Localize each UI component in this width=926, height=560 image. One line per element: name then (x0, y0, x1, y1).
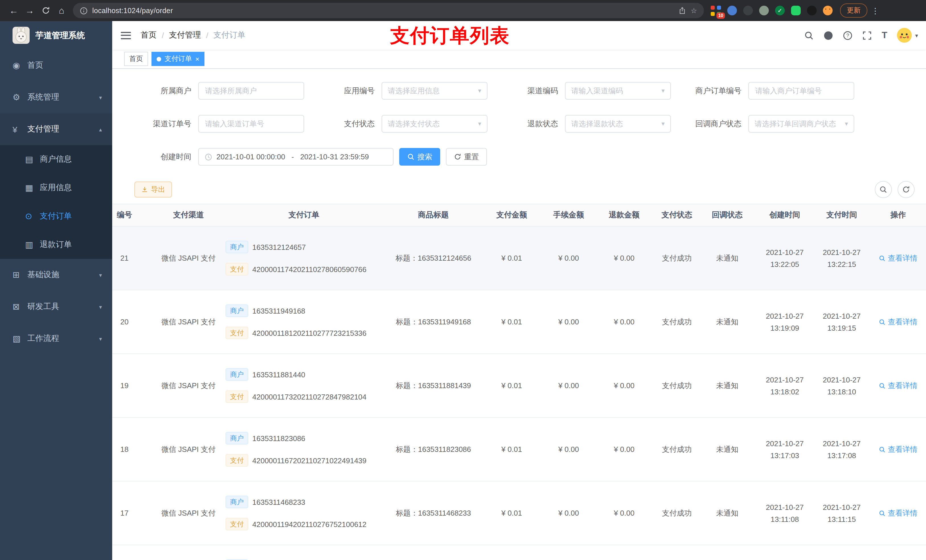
tab-home[interactable]: 首页 (124, 52, 148, 66)
filter-label-channel-order-no: 渠道订单号 (136, 119, 198, 129)
bookmark-star-icon[interactable]: ☆ (691, 6, 697, 15)
share-icon[interactable] (678, 6, 686, 15)
cell-title: 标题：1635311949168 (388, 290, 479, 354)
reset-button[interactable]: 重置 (446, 148, 487, 166)
refund-status-select[interactable]: 请选择退款状态 ▾ (565, 115, 671, 133)
cell-refund: ¥ 0.00 (593, 290, 655, 354)
cell-pay-order: 商户1635312124657 支付4200001174202110278060… (220, 226, 388, 290)
red-annotation-text: 支付订单列表 (390, 23, 510, 48)
pay-tag: 支付 (225, 518, 248, 530)
sidebar-menu: ◉ 首页 ⚙ 系统管理 ▾ ¥ 支付管理 ▴ ▤ 商户信息 (0, 50, 112, 355)
dashboard-icon: ◉ (12, 60, 27, 71)
filter-label-notify-status: 回调商户状态 (686, 119, 748, 129)
sidebar-item-pay-order[interactable]: ⊙ 支付订单 (0, 202, 112, 231)
view-detail-link[interactable]: 查看详情 (879, 253, 917, 263)
browser-home-icon[interactable]: ⌂ (54, 3, 69, 18)
channel-transaction-no: 4200001173202110272847982104 (252, 392, 366, 401)
merchant-tag: 商户 (225, 496, 248, 508)
app-no-select[interactable]: 请选择应用信息 ▾ (381, 82, 487, 100)
view-detail-link[interactable]: 查看详情 (879, 508, 917, 518)
browser-back-icon[interactable]: ← (6, 3, 21, 18)
sidebar-item-app-info[interactable]: ▦ 应用信息 (0, 174, 112, 202)
font-size-icon[interactable]: T (882, 31, 887, 40)
select-placeholder: 请输入渠道编码 (571, 86, 661, 96)
sidebar-item-workflow[interactable]: ▧ 工作流程 ▾ (0, 323, 112, 355)
extensions-cluster-icon[interactable]: 10 (711, 5, 721, 16)
sidebar-item-payment[interactable]: ¥ 支付管理 ▴ (0, 113, 112, 145)
refresh-button[interactable] (897, 181, 915, 198)
view-detail-label: 查看详情 (888, 380, 917, 391)
view-detail-label: 查看详情 (888, 444, 917, 454)
channel-order-no-input[interactable] (198, 115, 304, 133)
browser-profile-avatar[interactable] (823, 6, 832, 15)
cell-channel: 微信 JSAPI 支付 (157, 290, 220, 354)
view-detail-link[interactable]: 查看详情 (879, 444, 917, 454)
pay-status-select[interactable]: 请选择支付状态 ▾ (381, 115, 487, 133)
filter-label-refund-status: 退款状态 (502, 119, 565, 129)
cell-id: 21 (112, 226, 157, 290)
export-button[interactable]: 导出 (135, 181, 172, 198)
fullscreen-icon[interactable] (862, 30, 872, 40)
sidebar-item-refund-order[interactable]: ▥ 退款订单 (0, 231, 112, 259)
url-bar[interactable]: localhost:1024/pay/order ☆ (73, 3, 704, 18)
search-button[interactable]: 搜索 (399, 148, 440, 166)
order-circle-icon: ⊙ (25, 211, 40, 221)
browser-extension-icon[interactable] (807, 6, 817, 15)
help-icon[interactable]: ? (843, 30, 853, 40)
github-icon[interactable] (823, 30, 833, 40)
tab-pay-order[interactable]: 支付订单 × (151, 52, 204, 66)
cell-channel: 微信 JSAPI 支付 (157, 417, 220, 481)
sidebar-item-label: 工作流程 (27, 334, 59, 344)
search-button-label: 搜索 (418, 152, 432, 162)
view-detail-link[interactable]: 查看详情 (879, 317, 917, 327)
cell-title: 标题：1635311881439 (388, 354, 479, 417)
search-icon[interactable] (804, 30, 814, 40)
breadcrumb-payment[interactable]: 支付管理 (169, 30, 201, 41)
create-time-range-picker[interactable]: 2021-10-01 00:00:00 - 2021-10-31 23:59:5… (198, 148, 393, 166)
browser-forward-icon[interactable]: → (22, 3, 37, 18)
table-header-row: 编号 支付渠道 支付订单 商品标题 支付金额 手续金额 退款金额 支付状态 回调… (112, 204, 926, 226)
chevron-down-icon: ▾ (478, 120, 481, 127)
screen: ← → ⌂ localhost:1024/pay/order ☆ 10 ✓ (0, 0, 926, 560)
cell-channel: 微信 JSAPI 支付 (157, 226, 220, 290)
browser-extension-check-icon[interactable]: ✓ (775, 6, 785, 15)
select-placeholder: 请选择订单回调商户状态 (755, 119, 845, 129)
merchant-select-input[interactable] (198, 82, 304, 100)
cell-channel: 微信 JSAPI 支付 (157, 354, 220, 417)
browser-reload-icon[interactable] (38, 3, 53, 18)
cell-pay-time: 2021-10-2713:11:15 (813, 481, 870, 545)
merchant-tag: 商户 (225, 368, 248, 381)
merchant-tag: 商户 (225, 241, 248, 253)
cell-amount: ¥ 0.01 (479, 417, 545, 481)
cell-refund: ¥ 0.00 (593, 481, 655, 545)
hamburger-icon[interactable] (121, 32, 131, 39)
cell-create-time: 2021-10-2713:22:05 (756, 226, 813, 290)
close-tab-icon[interactable]: × (195, 56, 199, 62)
pay-tag: 支付 (225, 390, 248, 403)
page-content: 所属商户 应用编号 请选择应用信息 ▾ 渠道编码 请输入渠道编码 (112, 69, 926, 560)
channel-code-select[interactable]: 请输入渠道编码 ▾ (565, 82, 671, 100)
sidebar-item-label: 商户信息 (40, 154, 72, 165)
filter-label-pay-status: 支付状态 (319, 119, 381, 129)
notify-status-select[interactable]: 请选择订单回调商户状态 ▾ (748, 115, 854, 133)
site-info-icon[interactable] (80, 6, 88, 15)
view-detail-link[interactable]: 查看详情 (879, 380, 917, 391)
sidebar-item-infrastructure[interactable]: ⊞ 基础设施 ▾ (0, 259, 112, 291)
cell-amount: ¥ 0.01 (479, 354, 545, 417)
browser-extension-icon[interactable] (743, 6, 753, 15)
user-menu[interactable]: ▾ (897, 28, 918, 43)
breadcrumb-current: 支付订单 (213, 30, 245, 41)
breadcrumb-home[interactable]: 首页 (141, 30, 157, 41)
browser-extension-icon[interactable] (727, 6, 737, 15)
browser-menu-icon[interactable]: ⋮ (871, 6, 880, 15)
merchant-order-no-input[interactable] (748, 82, 854, 100)
browser-update-button[interactable]: 更新 (840, 3, 867, 18)
browser-extension-icon[interactable] (759, 6, 769, 15)
sidebar-item-system[interactable]: ⚙ 系统管理 ▾ (0, 82, 112, 113)
pay-tag: 支付 (225, 327, 248, 339)
sidebar-item-merchant-info[interactable]: ▤ 商户信息 (0, 145, 112, 174)
sidebar-item-dev-tools[interactable]: ⊠ 研发工具 ▾ (0, 291, 112, 323)
browser-extension-icon[interactable] (791, 6, 801, 15)
toggle-search-button[interactable] (875, 181, 892, 198)
sidebar-item-home[interactable]: ◉ 首页 (0, 50, 112, 82)
